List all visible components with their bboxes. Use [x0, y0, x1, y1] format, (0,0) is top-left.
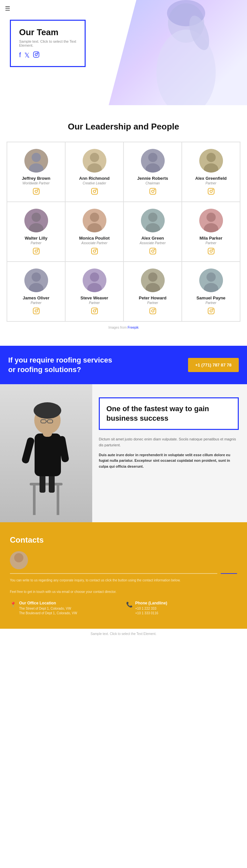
- avatar-7: [141, 209, 165, 232]
- team-card-11: Peter Howard Partner: [124, 261, 182, 321]
- team-name-2: Ann Richmond: [69, 176, 120, 181]
- svg-rect-52: [208, 248, 214, 254]
- hamburger-menu[interactable]: ☰: [5, 5, 10, 12]
- twitter-icon[interactable]: 𝕏: [24, 51, 30, 60]
- divider-line-1: [10, 573, 217, 574]
- team-title-6: Associate Partner: [69, 241, 120, 245]
- svg-point-87: [34, 402, 61, 419]
- team-name-5: Walter Lilly: [10, 236, 62, 241]
- svg-rect-0: [33, 52, 39, 58]
- instagram-icon-9[interactable]: [10, 307, 62, 316]
- svg-point-93: [14, 553, 23, 562]
- svg-rect-22: [149, 188, 156, 194]
- svg-point-50: [207, 213, 216, 222]
- svg-point-47: [152, 250, 154, 252]
- svg-rect-16: [91, 188, 97, 194]
- phone-label: Phone (Landline): [135, 601, 167, 606]
- svg-rect-91: [21, 437, 35, 464]
- svg-point-66: [96, 309, 97, 310]
- contacts-title: Contacts: [10, 535, 237, 545]
- instagram-icon-1[interactable]: [10, 188, 62, 196]
- team-card-8: Mila Parker Partner: [182, 202, 240, 261]
- avatar-9: [24, 269, 48, 292]
- team-title-5: Partner: [10, 241, 62, 245]
- team-name-11: Peter Howard: [127, 296, 178, 301]
- svg-rect-81: [57, 486, 59, 515]
- instagram-icon-11[interactable]: [127, 307, 178, 316]
- svg-point-94: [12, 563, 25, 569]
- avatar-12: [199, 269, 223, 292]
- instagram-icon-7[interactable]: [127, 247, 178, 256]
- team-name-1: Jeffrey Brown: [10, 176, 62, 181]
- svg-point-42: [96, 249, 97, 250]
- svg-point-72: [154, 309, 155, 310]
- hero-person-svg: [120, 0, 236, 105]
- facebook-icon[interactable]: f: [19, 51, 21, 60]
- avatar-11: [141, 269, 165, 292]
- contacts-grid: 📍 Our Office Location The Street of Dept…: [10, 601, 237, 616]
- team-title-9: Partner: [10, 301, 62, 305]
- svg-point-26: [207, 153, 216, 162]
- instagram-icon-8[interactable]: [185, 247, 237, 256]
- business-box: One of the fastest way to gain business …: [99, 397, 239, 430]
- svg-point-78: [213, 309, 213, 310]
- team-grid: Jeffrey Brown Worldwide Partner Ann Rich…: [7, 142, 240, 322]
- contacts-avatar: [10, 551, 28, 569]
- svg-point-74: [207, 273, 216, 282]
- phone-icon: 📞: [126, 601, 133, 608]
- instagram-icon-10[interactable]: [69, 307, 120, 316]
- team-name-3: Jennie Roberts: [127, 176, 178, 181]
- svg-point-35: [35, 250, 37, 252]
- svg-point-54: [213, 249, 213, 250]
- business-image: [0, 384, 92, 522]
- svg-rect-80: [33, 486, 35, 515]
- instagram-icon-6[interactable]: [69, 247, 120, 256]
- team-title-11: Partner: [127, 301, 178, 305]
- svg-point-1: [35, 54, 37, 56]
- hero-section: ☰ Our Team Sample text. Click to select …: [0, 0, 247, 105]
- svg-point-2: [37, 53, 38, 54]
- team-name-10: Steve Weaver: [69, 296, 120, 301]
- leadership-title: Our Leadership and People: [7, 122, 240, 132]
- instagram-icon-12[interactable]: [185, 307, 237, 316]
- instagram-icon-5[interactable]: [10, 247, 62, 256]
- svg-rect-70: [149, 308, 156, 314]
- team-title-3: Chairman: [127, 181, 178, 185]
- svg-point-8: [32, 153, 41, 162]
- contacts-dividers: [10, 573, 237, 574]
- svg-point-56: [32, 273, 41, 282]
- sitting-person-svg: [0, 384, 92, 522]
- team-title-10: Partner: [69, 301, 120, 305]
- freepik-link[interactable]: Freepik: [128, 326, 139, 329]
- svg-rect-79: [30, 483, 62, 486]
- cta-phone-button[interactable]: +1 (771) 787 87 78: [188, 358, 239, 372]
- phone-value1: +10 1 222 333: [135, 607, 167, 611]
- svg-rect-40: [91, 248, 97, 254]
- svg-point-17: [93, 190, 95, 192]
- avatar-8: [199, 209, 223, 232]
- avatar-10: [83, 269, 106, 292]
- svg-point-41: [93, 250, 95, 252]
- instagram-icon-3[interactable]: [127, 188, 178, 196]
- svg-point-65: [93, 310, 95, 312]
- instagram-icon-4[interactable]: [185, 188, 237, 196]
- svg-point-29: [210, 190, 212, 192]
- instagram-icon-2[interactable]: [69, 188, 120, 196]
- svg-rect-10: [33, 188, 39, 194]
- svg-point-32: [32, 213, 41, 222]
- svg-point-48: [154, 249, 155, 250]
- svg-point-36: [37, 249, 38, 250]
- team-title-2: Creative Leader: [69, 181, 120, 185]
- instagram-icon[interactable]: [33, 51, 39, 60]
- team-card-9: James Oliver Partner: [7, 261, 65, 321]
- team-card-12: Samuel Payne Partner: [182, 261, 240, 321]
- contacts-section: Contacts You can write to us regarding a…: [0, 522, 247, 629]
- office-location-item: 📍 Our Office Location The Street of Dept…: [10, 601, 121, 616]
- svg-point-68: [148, 273, 158, 282]
- svg-point-62: [90, 273, 99, 282]
- hero-title: Our Team: [19, 27, 76, 37]
- team-name-8: Mila Parker: [185, 236, 237, 241]
- team-card-1: Jeffrey Brown Worldwide Partner: [7, 142, 65, 202]
- svg-point-53: [210, 250, 212, 252]
- svg-point-59: [35, 310, 37, 312]
